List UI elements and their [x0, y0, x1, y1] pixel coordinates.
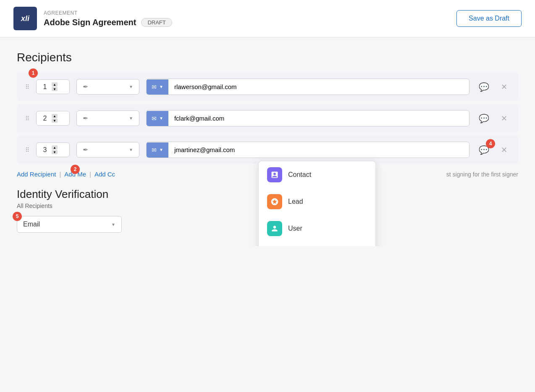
email-verify-label: Email — [23, 221, 40, 228]
header-label: AGREEMENT — [44, 10, 172, 16]
spin-up-2[interactable]: ▲ — [52, 114, 58, 118]
row-number-3: 3 — [41, 146, 49, 154]
spin-up-1[interactable]: ▲ — [52, 82, 58, 87]
spin-down-3[interactable]: ▼ — [52, 150, 58, 154]
contact-icon — [267, 167, 282, 182]
separator-2: | — [89, 171, 91, 178]
chevron-down-icon-1: ▼ — [129, 84, 133, 89]
drag-handle-2[interactable]: ⠿ — [25, 115, 29, 122]
spin-down-1[interactable]: ▼ — [52, 87, 58, 91]
email-input-1[interactable] — [168, 79, 469, 95]
email-type-toggle-2[interactable]: ✉ ▼ — [147, 111, 168, 126]
recipient-row-2-wrapper: ⠿ 2 ▲ ▼ ✒ ▼ ✉ ▼ 💬 ✕ — [17, 104, 518, 132]
email-envelope-icon-3: ✉ — [152, 147, 157, 153]
spin-up-3[interactable]: ▲ — [52, 145, 58, 150]
number-field-2: 2 ▲ ▼ — [36, 111, 70, 126]
pen-icon-3: ✒ — [83, 146, 88, 154]
dropdown-item-contact[interactable]: Contact — [259, 161, 375, 188]
spin-down-2[interactable]: ▼ — [52, 118, 58, 123]
remove-button-2[interactable]: ✕ — [498, 111, 510, 126]
dropdown-label-contact: Contact — [288, 171, 311, 179]
user-icon — [267, 221, 282, 236]
badge-2: 2 — [71, 165, 80, 174]
email-verify-chevron-icon: ▼ — [111, 222, 115, 227]
email-type-toggle-3[interactable]: ✉ ▼ — [147, 142, 168, 158]
chevron-down-icon-3: ▼ — [129, 147, 133, 152]
dropdown-item-group[interactable]: Group 3 — [259, 242, 375, 246]
badge-1: 1 — [29, 68, 38, 78]
spin-buttons-1: ▲ ▼ — [52, 82, 58, 91]
recipient-type-dropdown: Contact Lead User Group 3 — [258, 161, 376, 246]
recipient-row-2: ⠿ 2 ▲ ▼ ✒ ▼ ✉ ▼ 💬 ✕ — [17, 104, 518, 132]
agreement-title: Adobe Sign Agreement — [44, 18, 136, 27]
email-input-2[interactable] — [168, 110, 469, 126]
comment-btn-wrapper-3: 💬 4 — [476, 142, 492, 158]
email-field-1: ✉ ▼ — [146, 79, 469, 95]
dropdown-label-lead: Lead — [288, 198, 303, 205]
email-field-3: ✉ ▼ — [146, 142, 469, 158]
header-title-area: AGREEMENT Adobe Sign Agreement DRAFT — [44, 10, 172, 27]
email-type-toggle-1[interactable]: ✉ ▼ — [147, 79, 168, 95]
number-field-3: 3 ▲ ▼ — [36, 142, 70, 157]
drag-handle-3[interactable]: ⠿ — [25, 147, 29, 153]
lead-icon — [267, 194, 282, 209]
email-verify-wrapper: 5 Email ▼ — [17, 216, 122, 233]
header-left: xli AGREEMENT Adobe Sign Agreement DRAFT — [13, 7, 172, 30]
email-chevron-3: ▼ — [159, 147, 163, 152]
save-draft-button[interactable]: Save as Draft — [456, 10, 522, 27]
app-logo: xli — [13, 7, 37, 30]
chevron-down-icon-2: ▼ — [129, 116, 133, 121]
badge-4: 4 — [486, 139, 495, 148]
recipient-row-1: 1 ⠿ 1 ▲ ▼ ✒ ▼ ✉ ▼ 💬 ✕ — [17, 73, 518, 101]
separator-1: | — [59, 171, 61, 178]
email-verify-select[interactable]: Email ▼ — [17, 216, 122, 233]
row-number-2: 2 — [41, 115, 49, 122]
role-select-1[interactable]: ✒ ▼ — [76, 79, 139, 95]
signing-note: st signing for the first signer — [446, 171, 518, 178]
number-field-1: 1 ▲ ▼ — [36, 79, 70, 94]
page-header: xli AGREEMENT Adobe Sign Agreement DRAFT… — [0, 0, 535, 37]
remove-button-3[interactable]: ✕ — [498, 143, 510, 157]
spin-buttons-2: ▲ ▼ — [52, 114, 58, 123]
drag-handle-1[interactable]: ⠿ — [25, 84, 29, 90]
email-envelope-icon-1: ✉ — [152, 84, 157, 90]
email-input-3[interactable] — [168, 142, 469, 158]
spin-buttons-3: ▲ ▼ — [52, 145, 58, 154]
comment-button-1[interactable]: 💬 — [476, 79, 492, 95]
draft-badge: DRAFT — [141, 18, 172, 27]
recipient-row-3: ⠿ 3 ▲ ▼ ✒ ▼ ✉ ▼ 💬 — [17, 136, 518, 164]
email-field-2: ✉ ▼ — [146, 110, 469, 126]
row-number-1: 1 — [41, 83, 49, 91]
add-me-wrapper: Add Me 2 — [64, 171, 86, 178]
role-select-3[interactable]: ✒ ▼ — [76, 142, 139, 158]
header-title-row: Adobe Sign Agreement DRAFT — [44, 18, 172, 27]
add-recipient-link[interactable]: Add Recipient — [17, 171, 56, 178]
pen-icon-1: ✒ — [83, 83, 88, 91]
role-select-2[interactable]: ✒ ▼ — [76, 110, 139, 126]
recipients-title: Recipients — [17, 51, 518, 64]
badge-5: 5 — [13, 212, 22, 221]
email-envelope-icon-2: ✉ — [152, 115, 157, 122]
email-chevron-2: ▼ — [159, 116, 163, 121]
add-cc-link[interactable]: Add Cc — [94, 171, 115, 178]
remove-button-1[interactable]: ✕ — [498, 80, 510, 94]
pen-icon-2: ✒ — [83, 114, 88, 122]
main-content: Recipients 1 ⠿ 1 ▲ ▼ ✒ ▼ ✉ ▼ 💬 ✕ — [0, 37, 535, 246]
comment-button-2[interactable]: 💬 — [476, 111, 492, 126]
dropdown-item-user[interactable]: User — [259, 215, 375, 242]
dropdown-label-user: User — [288, 225, 302, 232]
email-chevron-1: ▼ — [159, 84, 163, 89]
recipient-row-3-wrapper: ⠿ 3 ▲ ▼ ✒ ▼ ✉ ▼ 💬 — [17, 136, 518, 164]
dropdown-item-lead[interactable]: Lead — [259, 188, 375, 215]
logo-text: xli — [21, 14, 29, 23]
